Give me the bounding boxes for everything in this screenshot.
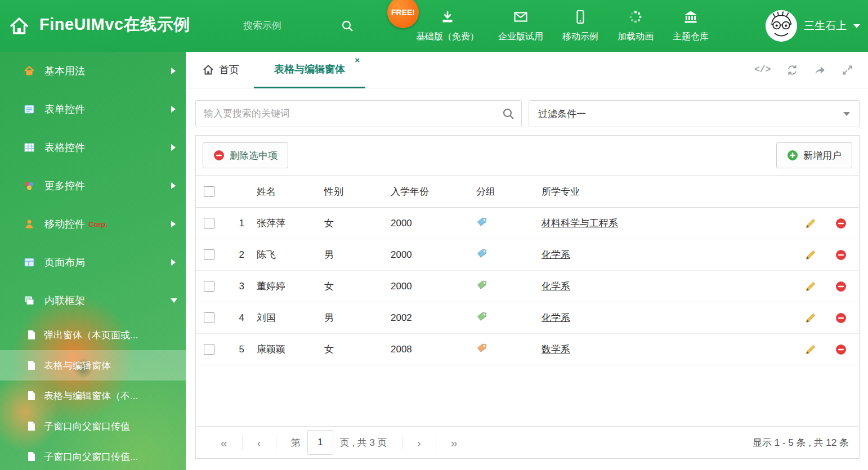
major-link[interactable]: 化学系	[542, 249, 570, 260]
edit-icon[interactable]	[805, 281, 816, 292]
file-icon	[27, 421, 36, 431]
next-page-button[interactable]: ›	[402, 434, 436, 451]
header-nav-mail[interactable]: 企业版试用	[489, 9, 553, 43]
sidebar-subitem-label: 表格与编辑窗体	[44, 359, 111, 372]
table-row: 3董婷婷女2000化学系	[196, 271, 859, 302]
sidebar-subitem[interactable]: 子窗口向父窗口传值...	[0, 441, 186, 470]
add-user-button[interactable]: 新增用户	[776, 142, 852, 168]
sidebar-item[interactable]: 内联框架	[0, 281, 186, 320]
cell-name: 陈飞	[253, 248, 321, 261]
header-search-input[interactable]	[242, 20, 329, 32]
cell-gender: 男	[321, 248, 387, 261]
row-checkbox[interactable]	[204, 344, 214, 355]
group-tag-icon	[473, 248, 538, 262]
chevron-right-icon	[171, 144, 176, 151]
grid-toolbar: 删除选中项 新增用户	[196, 136, 859, 176]
edit-icon[interactable]	[805, 312, 816, 324]
keyword-search-input[interactable]	[196, 101, 521, 127]
avatar	[766, 10, 797, 42]
search-icon[interactable]	[341, 20, 354, 32]
header-nav-label: 主题仓库	[673, 31, 709, 43]
edit-icon[interactable]	[805, 218, 816, 229]
tab-close-icon[interactable]: ×	[355, 56, 360, 64]
sidebar-subitem[interactable]: 表格与编辑窗体（不...	[0, 381, 186, 411]
sidebar-subitem[interactable]: 表格与编辑窗体	[0, 350, 186, 381]
sidebar-item-label: 表单控件	[44, 102, 85, 116]
delete-selected-button[interactable]: 删除选中项	[203, 142, 288, 168]
filter-dropdown-value: 过滤条件一	[538, 108, 586, 120]
select-all-checkbox[interactable]	[204, 186, 214, 197]
edit-icon[interactable]	[805, 344, 816, 355]
expand-icon[interactable]	[842, 64, 853, 76]
major-link[interactable]: 材料科学与工程系	[542, 218, 618, 229]
delete-icon[interactable]	[835, 312, 847, 324]
sidebar-subitem[interactable]: 子窗口向父窗口传值	[0, 411, 186, 441]
table-header: 姓名 性别 入学年份 分组 所学专业	[196, 176, 859, 208]
last-page-button[interactable]: »	[436, 434, 472, 451]
layout-icon	[24, 256, 36, 268]
app-home-icon[interactable]	[9, 16, 29, 36]
tab-home[interactable]: 首页	[186, 52, 254, 88]
delete-icon[interactable]	[835, 344, 847, 355]
sidebar-item[interactable]: 表单控件	[0, 90, 186, 128]
user-name: 三生石上	[804, 19, 847, 33]
source-code-icon[interactable]: </>	[754, 65, 771, 75]
cell-year: 2008	[387, 344, 473, 355]
file-icon	[27, 391, 36, 401]
table-body: 1张萍萍女2000材料科学与工程系2陈飞男2000化学系3董婷婷女2000化学系…	[196, 208, 859, 365]
search-icon[interactable]	[502, 108, 514, 120]
sidebar-subitem-label: 表格与编辑窗体（不...	[44, 390, 138, 402]
spinner-icon	[628, 9, 643, 27]
chevron-right-icon	[171, 259, 176, 266]
major-link[interactable]: 化学系	[542, 312, 570, 323]
share-icon[interactable]	[814, 64, 826, 76]
delete-icon[interactable]	[835, 281, 847, 292]
header-nav-spinner[interactable]: 加载动画	[608, 9, 663, 43]
tab-active[interactable]: 表格与编辑窗体 ×	[254, 52, 365, 88]
header-nav-download[interactable]: 基础版（免费）	[406, 9, 489, 43]
filter-dropdown[interactable]: 过滤条件一	[529, 100, 860, 127]
sidebar-subitem-label: 弹出窗体（本页面或...	[44, 329, 138, 342]
major-link[interactable]: 数学系	[542, 344, 570, 355]
header-nav-label: 移动示例	[562, 31, 598, 43]
row-checkbox[interactable]	[204, 312, 214, 323]
row-checkbox[interactable]	[204, 281, 214, 292]
table-row: 2陈飞男2000化学系	[196, 239, 859, 271]
row-index: 4	[222, 312, 253, 324]
row-index: 2	[222, 249, 253, 261]
sidebar-item[interactable]: 基本用法	[0, 52, 186, 90]
cell-gender: 女	[321, 217, 387, 230]
sidebar-item[interactable]: 表格控件	[0, 128, 186, 167]
keyword-search-box	[195, 100, 522, 127]
group-tag-icon	[473, 311, 538, 325]
file-icon	[27, 330, 36, 340]
refresh-icon[interactable]	[786, 64, 798, 76]
chevron-down-icon	[853, 24, 860, 28]
cell-name: 刘国	[253, 311, 321, 324]
row-checkbox[interactable]	[204, 249, 214, 260]
header-nav-mobile[interactable]: 移动示例	[553, 9, 608, 43]
sidebar-subitem-label: 子窗口向父窗口传值...	[44, 450, 138, 463]
first-page-button[interactable]: «	[206, 434, 242, 451]
edit-icon[interactable]	[805, 249, 816, 261]
delete-icon[interactable]	[835, 249, 847, 261]
user-menu[interactable]: 三生石上	[766, 0, 860, 52]
header-nav-bank[interactable]: 主题仓库	[663, 9, 718, 43]
sidebar-item[interactable]: 页面布局	[0, 243, 186, 281]
col-year: 入学年份	[387, 185, 473, 198]
sidebar-subitem[interactable]: 弹出窗体（本页面或...	[0, 320, 186, 350]
sidebar-item[interactable]: 移动控件Corp.	[0, 205, 186, 243]
page-indicator: 第 1 页 , 共 3 页	[276, 434, 402, 451]
delete-icon[interactable]	[835, 218, 847, 229]
major-link[interactable]: 化学系	[542, 281, 570, 292]
prev-page-button[interactable]: ‹	[243, 434, 276, 451]
row-index: 3	[222, 281, 253, 292]
cell-year: 2000	[387, 218, 473, 229]
row-checkbox[interactable]	[204, 218, 214, 229]
sidebar-item-label: 基本用法	[44, 64, 85, 78]
sidebar-item[interactable]: 更多控件	[0, 167, 186, 205]
page-number-input[interactable]: 1	[307, 430, 333, 455]
mobilectl-icon	[24, 218, 36, 230]
bank-icon	[683, 9, 699, 27]
col-major: 所学专业	[538, 185, 798, 198]
